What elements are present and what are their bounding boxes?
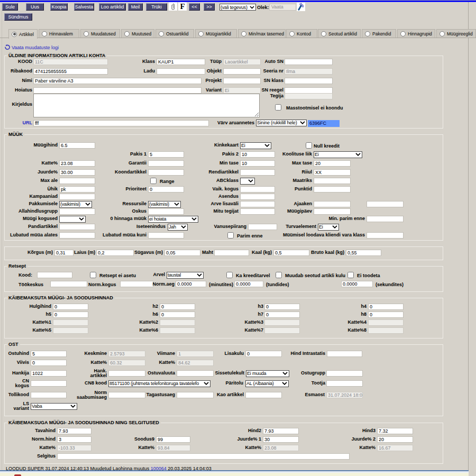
tab-hinnavalem[interactable]: Hinnavalem (39, 29, 79, 38)
tab-muugireeglid[interactable]: Müügireeglid (436, 29, 476, 38)
input-punktid[interactable] (314, 186, 351, 193)
save-button[interactable]: Salvesta (74, 3, 94, 11)
input-hind3[interactable] (377, 428, 413, 434)
input-muugihind[interactable] (59, 142, 95, 149)
tab-label: Müügireeglid (447, 31, 473, 36)
input-max-ale[interactable] (59, 178, 95, 184)
create-articles-button[interactable]: Loo artiklid (99, 3, 126, 11)
status-label: Olek: (257, 5, 269, 10)
select-value: taustal (167, 272, 197, 278)
input-max-tase[interactable] (314, 160, 351, 167)
input-seeria-nr[interactable] (285, 68, 333, 75)
input-norm-aeg-tunnid[interactable] (234, 281, 263, 287)
tab-kontod[interactable]: Kontod (286, 29, 317, 38)
settings-hammer-icon[interactable] (297, 3, 306, 12)
input-ost-katte2[interactable] (177, 360, 214, 366)
tab-hinnagrupid[interactable]: Hinnagrupid (397, 29, 435, 38)
input-bruto-kaal[interactable] (346, 250, 381, 256)
checkbox-muudab-kulu[interactable] (276, 272, 282, 278)
select-turvaelement[interactable]: Ei (318, 224, 339, 231)
input-kmg-katte4[interactable] (377, 445, 413, 451)
kmg-katte4-label: Katte% (238, 445, 376, 450)
input-riiul[interactable] (314, 169, 351, 176)
masstootmisel-label: Masstootmisel ei koondu (286, 105, 343, 111)
tab-radio (12, 32, 17, 37)
chevron-down-icon (332, 225, 337, 228)
print-button[interactable]: Trüki (146, 3, 167, 11)
tab-seotud-artiklid[interactable]: Seotud artiklid (318, 29, 361, 38)
kirjeldus-label: Kirjeldus (0, 102, 32, 107)
input-norm-aeg-sekundid[interactable] (341, 281, 373, 287)
tab-muugiartiklid[interactable]: Müügiartiklid (195, 29, 237, 38)
tab-muutused[interactable]: Muutused (121, 29, 154, 38)
input-ostugrupp[interactable] (326, 370, 363, 377)
select-koolituse-liik[interactable]: Ei (314, 151, 362, 158)
view-change-log-link[interactable]: Vaata muudatuste logi (4, 44, 59, 50)
new-button[interactable]: Uus (26, 3, 44, 11)
max-ale-label: Max ale (0, 178, 58, 183)
input-ajaaken2[interactable] (367, 201, 404, 207)
sn-reegel-label: SN reegel (146, 88, 283, 93)
forum-button[interactable]: F (178, 2, 187, 11)
tab-muudatused[interactable]: Muudatused (80, 29, 120, 38)
select-null-hinnaga-muuk[interactable]: ei hoiata (148, 216, 198, 223)
tab-label: Seotud artiklid (328, 31, 357, 36)
checkbox-ka-kreeditarvel[interactable] (226, 272, 233, 278)
tab-pakendid[interactable]: Pakendid (362, 29, 396, 38)
input-min-parim-enne[interactable] (367, 216, 404, 222)
h4-label: h4 (229, 304, 367, 309)
checkbox-ei-toodeta[interactable] (347, 272, 354, 278)
input-muumisel-vara-klass[interactable] (367, 232, 404, 239)
event-button[interactable]: Sündmus (4, 13, 32, 21)
tab-radio (400, 31, 406, 36)
tab-label: Artikkel (19, 32, 34, 37)
select-arvel[interactable]: taustal (167, 272, 204, 279)
action-select[interactable]: (vali tegevus) (219, 4, 256, 11)
close-button[interactable]: Sule (2, 3, 18, 11)
input-maatriks[interactable] (314, 178, 351, 184)
input-ajaaken[interactable] (314, 201, 351, 207)
tab-minmax-tasemed[interactable]: Min/max tasemed (238, 29, 286, 38)
input-juurde2[interactable] (377, 436, 413, 443)
input-esmaost[interactable] (326, 392, 363, 398)
input-auto-sn[interactable] (285, 59, 333, 65)
input-selgitus[interactable] (57, 453, 350, 460)
ostugrupp-label: Ostugrupp (188, 371, 325, 376)
mail-button[interactable]: Meil (128, 3, 143, 11)
arvel-label: Arvel (28, 272, 165, 277)
input-kampaaniad[interactable] (59, 194, 95, 200)
input-tegija[interactable] (285, 93, 333, 99)
select-ls-variant[interactable]: Vaba (31, 403, 77, 410)
checkbox-masstootmisel[interactable] (275, 104, 281, 111)
sekundites-label: (sekundites) (376, 282, 404, 287)
tab-strip: ArtikkelHinnavalemMuudatusedMuutusedOstu… (0, 29, 476, 39)
input-katte-4[interactable] (368, 319, 404, 326)
next-record-button[interactable]: >> (204, 3, 215, 11)
input-norm-aeg[interactable] (176, 281, 206, 287)
input-sn-klass[interactable] (285, 78, 333, 84)
input-lubatud-muua-kuni[interactable] (148, 232, 184, 239)
copy-button[interactable]: Koopia (50, 3, 68, 11)
select-varv-aruannetes[interactable]: Sinine (rukkilill hele) (256, 120, 307, 126)
legend-muuk: MÜÜK (7, 132, 24, 137)
tab-artikkel[interactable]: Artikkel (8, 29, 38, 39)
input-h8[interactable] (368, 312, 404, 318)
checkbox-null-kreedit[interactable] (306, 142, 312, 149)
null-hinnaga-muuk-label: 0 hinnaga müük (9, 216, 147, 221)
prev-record-button[interactable]: << (189, 3, 200, 11)
input-katte-8[interactable] (368, 327, 404, 334)
input-tootja[interactable] (326, 380, 363, 387)
tab-label: Muudatused (91, 31, 116, 36)
attachments-button[interactable] (169, 2, 177, 11)
tab-ostuartiklid[interactable]: Ostuartiklid (155, 29, 194, 38)
input-hind-intrastatis[interactable] (327, 351, 362, 357)
input-h4[interactable] (368, 304, 404, 310)
hind3-label: Hind3 (238, 428, 376, 433)
input-asendus[interactable] (240, 194, 275, 200)
input-muugipaev[interactable] (314, 208, 351, 215)
auto-sn-label: Auto SN (146, 59, 283, 64)
tavahind-label: Tavahind (0, 428, 56, 433)
tab-radio (198, 31, 204, 36)
input-tavahind[interactable] (57, 428, 91, 434)
select-kinkekaart[interactable]: Ei (240, 142, 271, 149)
